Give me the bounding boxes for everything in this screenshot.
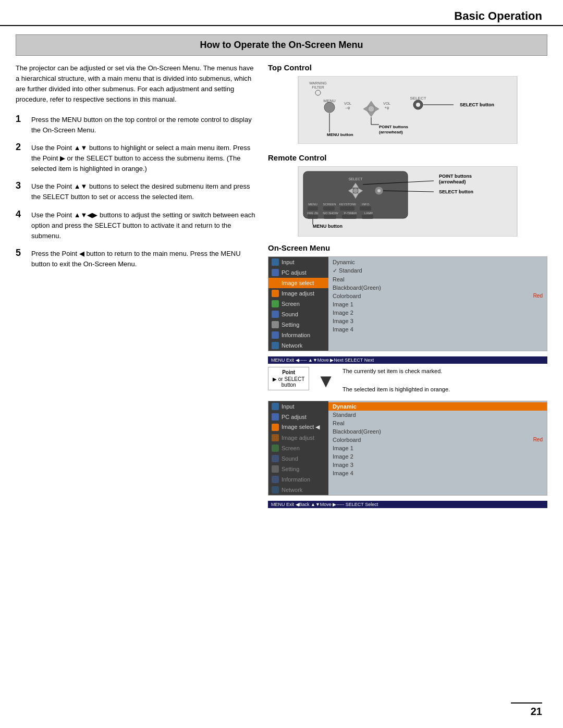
menu-item-label: Information [282, 332, 310, 338]
svg-rect-51 [362, 215, 373, 219]
menu-item: Screen [268, 443, 328, 453]
svg-rect-49 [324, 215, 336, 219]
menu-item-label: Input [282, 403, 294, 410]
submenu-item: Image 2 [328, 452, 547, 461]
point-box-inner: Point ▶ or SELECT button [268, 367, 309, 390]
remote-control-svg: SELECT MENU [268, 166, 547, 237]
menu-icon [272, 403, 279, 410]
remote-control-section: Remote Control SELECT [268, 153, 547, 234]
onscreen-menu-section: On-Screen Menu InputPC adjustImage selec… [268, 243, 547, 508]
onscreen-menu-title: On-Screen Menu [268, 243, 547, 252]
menu-icon [272, 321, 279, 328]
svg-rect-42 [340, 206, 354, 211]
menu-icon [272, 476, 279, 483]
menu-icon [272, 331, 279, 339]
svg-rect-48 [308, 215, 318, 219]
submenu-item: Image 1 [328, 444, 547, 452]
point-box: Point ▶ or SELECT button [268, 367, 309, 390]
menu-item-label: Image select [282, 280, 314, 286]
submenu-item: ColorboardRed [328, 292, 547, 300]
svg-text:WARNING: WARNING [309, 81, 327, 85]
menu-item: Image adjust [268, 288, 328, 299]
submenu-item: ✓ Standard [328, 266, 547, 275]
svg-text:SELECT button: SELECT button [460, 102, 494, 107]
menu-icon [272, 290, 279, 297]
submenu-item: Dynamic [328, 402, 547, 411]
menu-item-label: PC adjust [282, 414, 307, 420]
point-arrow-block: Point ▶ or SELECT button ▼ The currently… [268, 367, 547, 394]
menu-item: PC adjust [268, 267, 328, 278]
point-box-title: Point [273, 369, 304, 375]
down-arrow-icon: ▼ [316, 370, 335, 392]
top-control-section: Top Control WARNING FILTER MENU VOL [268, 63, 547, 144]
menu-item-label: Setting [282, 466, 299, 472]
menu-item-label: Image adjust [282, 435, 314, 441]
submenu-item: Real [328, 275, 547, 283]
menu-icon [272, 269, 279, 276]
menu-icon [272, 413, 279, 421]
menu-item-label: Image adjust [282, 290, 314, 297]
svg-text:MENU button: MENU button [313, 224, 342, 229]
point-box-line3: button [273, 382, 304, 388]
section-title: How to Operate the On-Screen Menu [16, 40, 547, 51]
step-num: 2 [16, 142, 26, 153]
step-item: 2Use the Point ▲▼ buttons to highlight o… [16, 143, 255, 174]
step-text: Use the Point ▲▼ buttons to highlight or… [31, 143, 255, 174]
submenu-item: Blackboard(Green) [328, 427, 547, 436]
menu-item: PC adjust [268, 412, 328, 422]
submenu-item: Standard [328, 411, 547, 419]
menu-icon [272, 445, 279, 452]
svg-text:INFO.: INFO. [362, 203, 370, 206]
menu-item-label: Network [282, 342, 302, 349]
svg-text:POINT buttons: POINT buttons [439, 174, 472, 179]
svg-point-12 [368, 106, 374, 112]
svg-text:SCREEN: SCREEN [323, 203, 336, 206]
menu-item-label: Screen [282, 445, 300, 451]
svg-rect-43 [360, 206, 371, 211]
svg-text:P-TIMER: P-TIMER [344, 212, 357, 215]
menu-item: Sound [268, 309, 328, 319]
svg-text:–ψ: –ψ [346, 106, 350, 110]
menu-item-label: Sound [282, 311, 298, 317]
svg-text:(arrowhead): (arrowhead) [379, 130, 403, 134]
remote-control-diagram: SELECT MENU [268, 166, 547, 234]
menu-right-1: Dynamic✓ StandardRealBlackboard(Green)Co… [328, 257, 547, 351]
svg-text:+ψ: +ψ [384, 106, 389, 110]
step-item: 1Press the MENU button on the top contro… [16, 115, 255, 135]
step-num: 3 [16, 180, 26, 191]
menu-icon [272, 424, 279, 431]
check-note-1: The currently set item is check marked. [342, 367, 450, 376]
menu-item: Network [268, 485, 328, 495]
svg-text:MENU button: MENU button [327, 132, 353, 137]
submenu-item: Blackboard(Green) [328, 283, 547, 292]
page-number: 21 [511, 702, 542, 718]
menu-icon [272, 300, 279, 307]
submenu-item: Real [328, 419, 547, 427]
menu-item-label: Setting [282, 322, 299, 328]
step-num: 5 [16, 248, 26, 258]
menu-item-label: Screen [282, 301, 300, 307]
menu-item: Sound [268, 453, 328, 464]
submenu-item: Image 1 [328, 300, 547, 309]
menu-mockup-1: InputPC adjustImage selectImage adjustSc… [268, 256, 547, 351]
menu-item: Setting [268, 319, 328, 330]
svg-text:SELECT: SELECT [348, 177, 363, 181]
svg-rect-41 [323, 206, 335, 211]
menu-item-label: PC adjust [282, 269, 307, 276]
menu-icon [272, 465, 279, 473]
submenu-item: ColorboardRed [328, 436, 547, 444]
step-item: 5Press the Point ◀ button to return to t… [16, 249, 255, 269]
svg-text:LAMP: LAMP [364, 212, 373, 215]
menu-item: Setting [268, 464, 328, 474]
menu-item: Image select [268, 278, 328, 288]
step-num: 1 [16, 114, 26, 125]
submenu-item: Image 3 [328, 461, 547, 469]
point-box-line2: ▶ or SELECT [273, 376, 304, 382]
svg-point-35 [377, 189, 381, 192]
svg-text:KEYSTONE: KEYSTONE [339, 203, 357, 206]
svg-text:VOL: VOL [344, 102, 351, 105]
right-column: Top Control WARNING FILTER MENU VOL [268, 63, 547, 508]
step-text: Press the Point ◀ button to return to th… [31, 249, 255, 269]
remote-control-title: Remote Control [268, 153, 547, 162]
step-item: 3Use the Point ▲▼ buttons to select the … [16, 181, 255, 202]
